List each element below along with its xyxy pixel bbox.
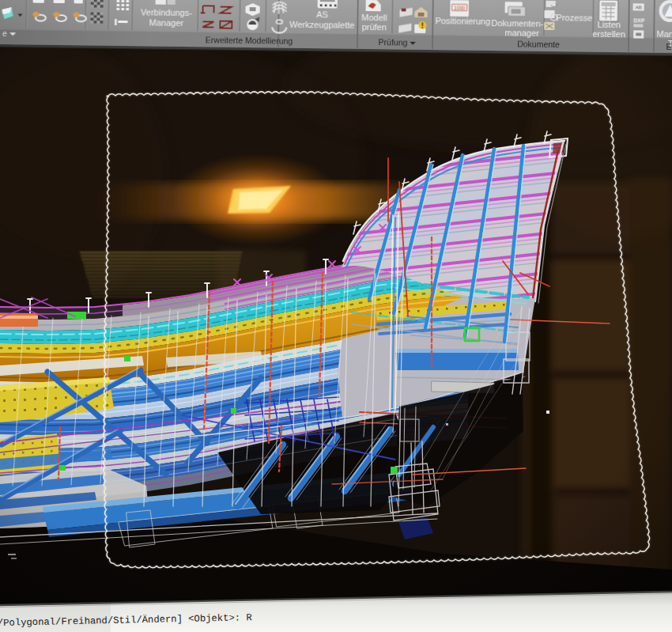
svg-text:AB: AB [636, 5, 642, 9]
svg-text:Dokumenten-: Dokumenten- [491, 18, 544, 28]
svg-text:Listen: Listen [598, 20, 621, 29]
svg-text:erstellen: erstellen [592, 29, 625, 40]
svg-text:manager: manager [504, 28, 539, 38]
svg-text:Prüfung: Prüfung [379, 37, 408, 47]
svg-text:E: E [666, 42, 671, 51]
svg-text:Prozesse: Prozesse [557, 13, 593, 23]
svg-text:Modell: Modell [361, 13, 387, 22]
svg-text:1000: 1000 [454, 5, 466, 10]
svg-text:Dokumente: Dokumente [517, 39, 560, 49]
svg-text:prüfen: prüfen [362, 22, 387, 32]
svg-text:DXF: DXF [633, 17, 645, 23]
svg-text:e: e [2, 29, 7, 38]
svg-text:Verbindungs-: Verbindungs- [141, 7, 192, 17]
svg-text:AS: AS [316, 9, 328, 19]
svg-text:Manager: Manager [149, 17, 184, 28]
svg-text:Mana: Mana [656, 29, 672, 39]
svg-text:Erweiterte Modellierung: Erweiterte Modellierung [206, 35, 293, 45]
svg-text:Werkzeugpalette: Werkzeugpalette [289, 20, 355, 30]
svg-text:Positionierung: Positionierung [436, 16, 491, 26]
